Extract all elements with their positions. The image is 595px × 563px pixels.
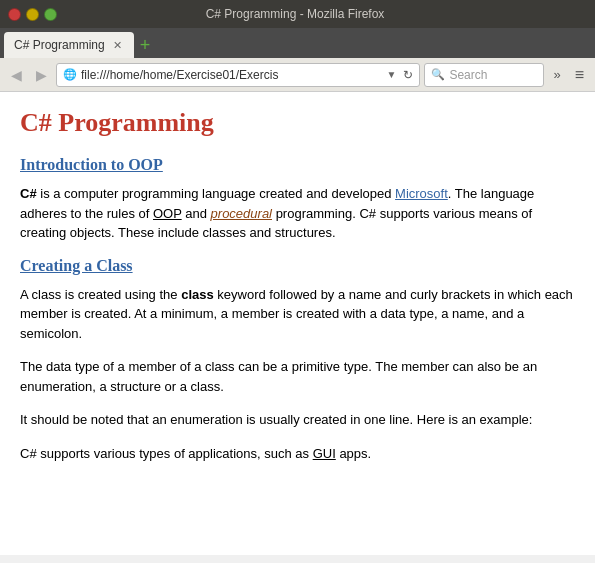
class-paragraph-3: It should be noted that an enumeration i… xyxy=(20,410,575,430)
back-button[interactable]: ◀ xyxy=(6,65,27,85)
new-tab-button[interactable]: + xyxy=(134,32,157,58)
class-paragraph-2: The data type of a member of a class can… xyxy=(20,357,575,396)
oop-paragraph: C# is a computer programming language cr… xyxy=(20,184,575,243)
address-icon: 🌐 xyxy=(63,68,77,81)
page-content: C# Programming Introduction to OOP C# is… xyxy=(0,92,595,555)
search-placeholder: Search xyxy=(449,68,487,82)
refresh-button[interactable]: ↻ xyxy=(403,68,413,82)
window-title: C# Programming - Mozilla Firefox xyxy=(63,7,527,21)
section-heading-oop[interactable]: Introduction to OOP xyxy=(20,156,575,174)
close-button[interactable] xyxy=(8,8,21,21)
menu-button[interactable]: ≡ xyxy=(570,64,589,86)
active-tab[interactable]: C# Programming ✕ xyxy=(4,32,134,58)
navbar: ◀ ▶ 🌐 file:///home/home/Exercise01/Exerc… xyxy=(0,58,595,92)
csharp-bold: C# xyxy=(20,186,37,201)
address-text: file:///home/home/Exercise01/Exercis xyxy=(81,68,383,82)
tab-close-button[interactable]: ✕ xyxy=(111,39,124,52)
search-bar[interactable]: 🔍 Search xyxy=(424,63,544,87)
oop-underline: OOP xyxy=(153,206,182,221)
procedural-link[interactable]: procedural xyxy=(211,206,272,221)
tabbar: C# Programming ✕ + xyxy=(0,28,595,58)
minimize-button[interactable] xyxy=(26,8,39,21)
tab-label: C# Programming xyxy=(14,38,105,52)
maximize-button[interactable] xyxy=(44,8,57,21)
search-icon: 🔍 xyxy=(431,68,445,81)
page-title: C# Programming xyxy=(20,108,575,138)
microsoft-link[interactable]: Microsoft xyxy=(395,186,448,201)
window-controls xyxy=(8,8,57,21)
address-dropdown-icon[interactable]: ▼ xyxy=(387,69,397,80)
class-paragraph-1: A class is created using the class keywo… xyxy=(20,285,575,344)
forward-button[interactable]: ▶ xyxy=(31,65,52,85)
titlebar: C# Programming - Mozilla Firefox xyxy=(0,0,595,28)
class-keyword-bold: class xyxy=(181,287,214,302)
class-paragraph-4: C# supports various types of application… xyxy=(20,444,575,464)
more-tools-button[interactable]: » xyxy=(548,65,565,84)
gui-underline: GUI xyxy=(313,446,336,461)
section-heading-class[interactable]: Creating a Class xyxy=(20,257,575,275)
address-bar[interactable]: 🌐 file:///home/home/Exercise01/Exercis ▼… xyxy=(56,63,420,87)
